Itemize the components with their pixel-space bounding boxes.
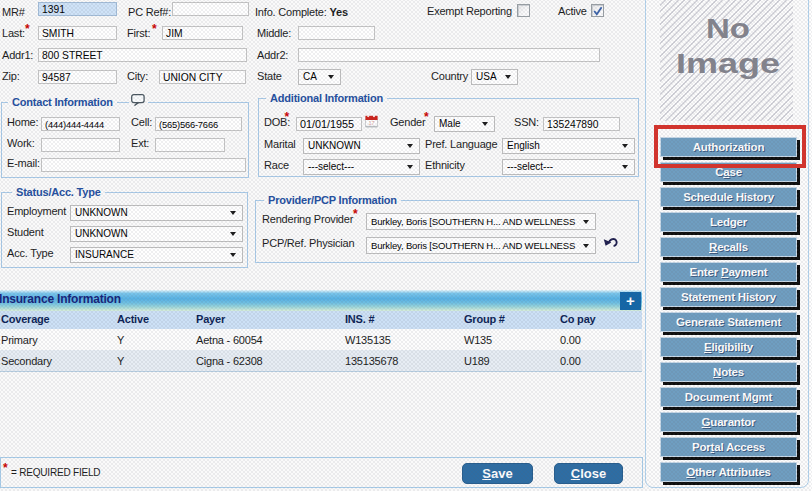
svg-text:Image: Image	[676, 49, 780, 79]
svg-text:17: 17	[368, 120, 374, 126]
svg-text:No: No	[706, 14, 750, 44]
